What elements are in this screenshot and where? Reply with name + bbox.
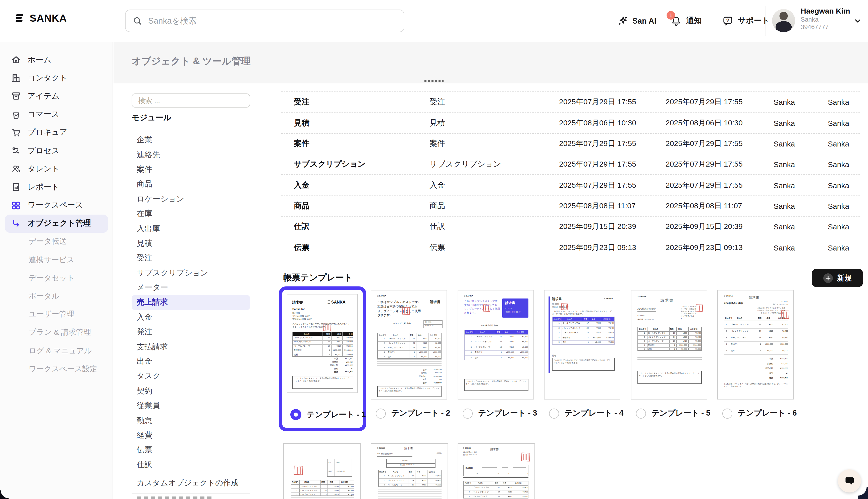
sidebar-item[interactable]: コマース xyxy=(5,105,108,123)
support-label: サポート xyxy=(738,15,770,26)
create-custom-object[interactable]: カスタムオブジェクトの作成 xyxy=(132,475,250,490)
new-template-button[interactable]: 新規 xyxy=(812,269,863,287)
template-label-row[interactable]: テンプレート - 2 xyxy=(376,408,450,418)
sidebar-item-label: プロキュア xyxy=(28,127,67,138)
sidebar-sub-item[interactable]: ワークスペース設定 xyxy=(5,360,108,378)
sidebar-item[interactable]: プロセス xyxy=(5,142,108,160)
module-search-input[interactable] xyxy=(137,96,245,105)
radio-selected[interactable] xyxy=(290,409,301,420)
module-item[interactable]: 連絡先 xyxy=(132,147,250,162)
table-row[interactable]: 案件案件2025年07月29日 17:552025年07月29日 17:55Sa… xyxy=(281,133,860,154)
table-cell: 見積 xyxy=(430,118,445,128)
sidebar-item[interactable]: ワークスペース xyxy=(5,196,108,214)
sidebar-item[interactable]: ホーム xyxy=(5,51,108,69)
sidebar-sub-item[interactable]: データ転送 xyxy=(5,233,108,251)
user-meta[interactable]: Haegwan Kim Sanka 39467777 xyxy=(801,7,850,32)
template-label-row[interactable]: テンプレート - 4 xyxy=(549,408,623,418)
module-search[interactable] xyxy=(132,94,250,108)
table-cell: 2025年07月29日 17:55 xyxy=(559,160,636,169)
module-item[interactable]: 勤怠 xyxy=(132,413,250,428)
table-row[interactable]: 見積見積2025年08月06日 10:302025年08月06日 10:30Sa… xyxy=(281,113,860,134)
support-button[interactable]: ? サポート xyxy=(722,0,770,42)
template-card[interactable]: 請求書Ξ SANKASanka IncID: 0001発行日: 2025-11-… xyxy=(279,287,366,431)
san-ai-button[interactable]: San AI xyxy=(617,0,656,42)
template-label-row[interactable]: テンプレート - 6 xyxy=(722,408,797,418)
notifications-button[interactable]: 1 通知 xyxy=(671,0,702,42)
module-item[interactable]: タスク xyxy=(132,369,250,384)
table-cell: 入金 xyxy=(430,180,445,191)
table-cell: 2025年09月15日 20:39 xyxy=(559,222,636,231)
template-card[interactable]: Ξ SANKA請求書これはサンプルテキストです。文章は日本語で記述されており、ダ… xyxy=(631,290,707,400)
module-item[interactable]: 商品 xyxy=(132,177,250,192)
module-item[interactable]: 入金 xyxy=(132,310,250,325)
module-item[interactable]: 案件 xyxy=(132,162,250,177)
sidebar-item[interactable]: アイテム xyxy=(5,87,108,105)
module-item[interactable]: 出金 xyxy=(132,354,250,369)
sidebar-sub-item[interactable]: データセット xyxy=(5,269,108,287)
module-item[interactable]: 仕訳 xyxy=(132,458,250,472)
sidebar-sub-item[interactable]: ポータル xyxy=(5,287,108,305)
sparkles-icon xyxy=(617,15,628,26)
sidebar-item[interactable]: タレント xyxy=(5,160,108,178)
template-card-partial[interactable]: ID:0001発行日:2025-11-27商品番号商品名数量単価合計金額1ゴール… xyxy=(283,443,361,499)
sidebar-item[interactable]: レポート xyxy=(5,178,108,196)
sidebar-item[interactable]: オブジェクト管理 xyxy=(5,214,108,232)
template-card[interactable]: Ξ SANKAこれはサンプルテキストです。文章は日本語で記述されており、ダミーテ… xyxy=(371,290,447,400)
module-item[interactable]: ロケーション xyxy=(132,192,250,207)
module-item[interactable]: 経費 xyxy=(132,428,250,443)
radio-unselected[interactable] xyxy=(636,408,646,418)
table-row[interactable]: 伝票伝票2025年09月23日 09:132025年09月23日 09:13Sa… xyxy=(281,238,860,258)
table-row[interactable]: サブスクリプションサブスクリプション2025年07月29日 17:552025年… xyxy=(281,154,860,175)
module-item[interactable]: 企業 xyxy=(132,133,250,147)
sidebar-item[interactable]: コンタクト xyxy=(5,69,108,87)
global-search[interactable] xyxy=(125,10,404,32)
search-input[interactable] xyxy=(147,15,397,26)
template-card-partial[interactable]: Ξ SANKA請求書ABC株式会社 御中(0001)ID: 0001発行日: 2… xyxy=(371,443,448,499)
table-row[interactable]: 仕訳仕訳2025年09月15日 20:392025年09月15日 20:39Sa… xyxy=(281,217,860,238)
module-item[interactable]: 見積 xyxy=(132,236,250,251)
page-title: オブジェクト & ツール管理 xyxy=(132,55,251,68)
sidebar-sub-item[interactable]: ユーザー管理 xyxy=(5,305,108,324)
radio-unselected[interactable] xyxy=(376,408,386,418)
table-cell: 伝票 xyxy=(430,242,445,253)
sidebar-item[interactable]: プロキュア xyxy=(5,124,108,142)
table-row[interactable]: 受注受注2025年07月29日 17:552025年07月29日 17:55Sa… xyxy=(281,92,860,113)
cart-icon xyxy=(11,127,21,138)
chat-icon xyxy=(844,475,855,487)
module-item[interactable]: 売上請求 xyxy=(132,295,250,310)
template-card-partial[interactable]: Ξ SANKA請求書ABC株式会社 御中発行日: 2025-11-27納品金額0… xyxy=(458,443,535,499)
module-item[interactable]: 在庫 xyxy=(132,207,250,221)
module-item[interactable]: 入出庫 xyxy=(132,221,250,236)
radio-unselected[interactable] xyxy=(722,408,732,418)
chat-button[interactable] xyxy=(838,469,861,492)
module-item[interactable]: サブスクリプション xyxy=(132,266,250,280)
table-row[interactable]: 入金入金2025年07月29日 17:552025年07月29日 17:55Sa… xyxy=(281,175,860,196)
report-icon xyxy=(11,182,21,192)
sidebar-sub-item[interactable]: ログ & マニュアル xyxy=(5,342,108,360)
template-label-row[interactable]: テンプレート - 5 xyxy=(636,408,710,418)
template-card[interactable]: Ξ SANKAこれはサンプルテキストです。文章は日本語で記述されており、ダミーテ… xyxy=(458,290,534,400)
sidebar-sub-item[interactable]: プラン & 請求管理 xyxy=(5,324,108,342)
sidebar-sub-item[interactable]: 連携サービス xyxy=(5,251,108,269)
avatar[interactable] xyxy=(772,9,795,32)
chevron-down-icon[interactable] xyxy=(854,17,861,25)
template-card[interactable]: 請求書Ξ SANKAID: 0001発行日: 2025-11-27これはサンプル… xyxy=(544,290,620,400)
module-heading: モジュール xyxy=(132,112,171,123)
template-card[interactable]: Ξ SANKA請求書ABC株式会社 御中ID: 0001発行日: 2025-11… xyxy=(717,290,794,400)
module-item[interactable]: 契約 xyxy=(132,384,250,399)
template-label-row[interactable]: テンプレート - 1 xyxy=(290,409,366,420)
module-item[interactable]: 伝票 xyxy=(132,443,250,458)
divider xyxy=(132,473,250,473)
brand[interactable]: SANKA xyxy=(13,12,67,24)
module-item[interactable]: 受注 xyxy=(132,251,250,266)
module-item[interactable]: メーター xyxy=(132,280,250,295)
radio-unselected[interactable] xyxy=(549,408,559,418)
module-item[interactable]: 従業員 xyxy=(132,399,250,413)
template-label-row[interactable]: テンプレート - 3 xyxy=(463,408,537,418)
radio-unselected[interactable] xyxy=(463,408,473,418)
table-cell: Sanka xyxy=(773,202,795,210)
table-cell: 2025年07月29日 17:55 xyxy=(666,97,743,107)
module-item[interactable]: 支払請求 xyxy=(132,339,250,354)
table-row[interactable]: 商品商品2025年08月08日 11:072025年08月08日 11:07Sa… xyxy=(281,196,860,217)
module-item[interactable]: 発注 xyxy=(132,325,250,339)
